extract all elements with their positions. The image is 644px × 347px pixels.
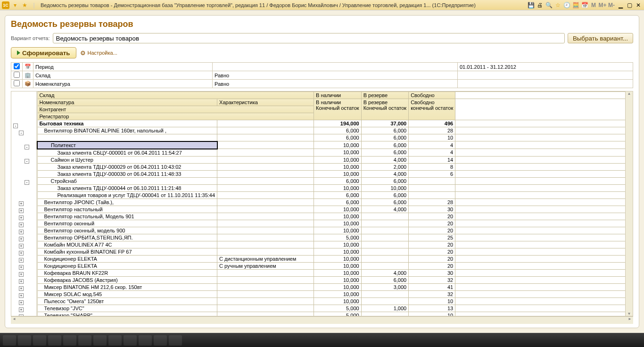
table-row[interactable]: Телевизор "SHARP"5,00010 [37,312,625,316]
filter-op[interactable]: Равно [213,71,458,80]
table-row[interactable]: Вентилятор настольный, Модель 90110,0002… [37,213,625,220]
cell-desc[interactable]: Заказ клиента ТДЦУ-000029 от 06.04.2011 … [37,163,217,170]
taskbar-item[interactable] [108,335,122,346]
cell-desc[interactable]: Вентилятор оконный [37,220,217,227]
table-row[interactable]: Комбайн кухонный BINATONE FP 6710,00020 [37,248,625,255]
filter-op[interactable]: Равно [213,80,458,88]
taskbar-item[interactable] [93,335,107,346]
cell-desc[interactable]: Саймон и Шустер [37,156,217,163]
expand-icon[interactable]: + [19,314,24,316]
cell-desc[interactable]: Стройснаб [37,177,217,184]
table-row[interactable]: Вентилятор BINATONE ALPINE 160вт, наполь… [37,127,625,134]
filter-name[interactable]: Номенклатура [33,80,213,88]
cell-desc[interactable]: Заказ клиента ТДЦУ-000044 от 06.10.2011 … [37,184,217,191]
collapse-icon[interactable]: - [25,145,29,149]
table-row[interactable]: Миксер BINATONE HM 212,6 скор. 150вт10,0… [37,283,625,290]
expand-icon[interactable]: + [19,251,24,256]
expand-icon[interactable]: + [19,307,24,312]
collapse-icon[interactable]: - [13,124,18,128]
table-row[interactable]: Телевизор "JVC"5,0001,00013 [37,305,625,312]
filter-name[interactable]: Период [33,63,213,71]
table-row[interactable]: Кофеварка JACOBS (Австрия)10,0006,00032 [37,276,625,283]
table-row[interactable]: Заказ клиента ТДЦУ-000044 от 06.10.2011 … [37,184,625,191]
cell-desc[interactable]: Политекст [37,141,217,149]
cell-desc[interactable]: Телевизор "JVC" [37,305,217,312]
taskbar-item[interactable] [124,335,137,346]
expand-icon[interactable]: + [19,208,24,213]
table-row[interactable]: Бытовая техника194,00037,000496 [37,120,625,127]
taskbar-item[interactable] [154,335,167,346]
cell-desc[interactable]: Телевизор "SHARP" [37,312,217,316]
filter-val[interactable]: 01.01.2011 - 31.12.2012 [458,63,633,71]
filter-check[interactable] [14,72,20,78]
hscrollbar[interactable]: ◄► [11,316,633,324]
cell-desc[interactable]: Вентилятор оконный, модель 900 [37,227,217,234]
select-variant-button[interactable]: Выбрать вариант... [568,33,633,43]
star-icon[interactable]: ★ [21,1,28,9]
cell-desc[interactable]: Кондиционер ELEKTA [37,255,217,262]
calc-icon[interactable]: 🧮 [572,1,579,9]
cell-desc[interactable]: Кондиционер ELEKTA [37,262,217,269]
expand-icon[interactable]: + [19,293,24,298]
cell-desc[interactable]: Комбайн кухонный BINATONE FP 67 [37,248,217,255]
table-row[interactable]: Заказ клиента ТДЦУ-000029 от 06.04.2011 … [37,163,625,170]
collapse-icon[interactable]: - [25,159,29,164]
cell-desc[interactable]: Вентилятор BINATONE ALPINE 160вт, наполь… [37,127,217,134]
cell-desc[interactable] [37,134,217,141]
table-row[interactable]: Кондиционер ELEKTAС дистанционным управл… [37,255,625,262]
cell-desc[interactable]: Заказ клиента ТДЦУ-000030 от 06.04.2011 … [37,170,217,177]
taskbar-item[interactable] [139,335,152,346]
expand-icon[interactable]: + [19,201,24,206]
table-row[interactable]: Пылесос "Омега" 1250вт10,00010 [37,297,625,305]
expand-icon[interactable]: + [19,244,24,248]
expand-icon[interactable]: + [19,223,24,227]
table-row[interactable]: Кондиционер ELEKTAС ручным управлением10… [37,262,625,269]
generate-button[interactable]: Сформировать [11,47,76,58]
save-icon[interactable]: 💾 [527,1,535,9]
taskbar-item[interactable] [33,335,46,346]
expand-icon[interactable]: + [19,230,24,234]
close-icon[interactable]: ✕ [635,1,642,9]
table-row[interactable]: 6,0006,00010 [37,134,625,141]
cell-desc[interactable]: Пылесос "Омега" 1250вт [37,297,217,305]
collapse-icon[interactable]: - [19,131,24,135]
table-row[interactable]: Вентилятор настольный10,0004,00030 [37,206,625,213]
minimize-icon[interactable]: ▁ [617,1,624,9]
cell-desc[interactable]: Вентилятор настольный [37,206,217,213]
taskbar-item[interactable] [63,335,76,346]
cell-desc[interactable]: Комбайн MOULINEX A77 4C [37,241,217,248]
cell-desc[interactable]: Кофеварка BRAUN KF22R [37,269,217,276]
table-row[interactable]: Миксер SOLAC мод.54510,00032 [37,290,625,297]
filter-val[interactable] [458,80,633,88]
table-row[interactable]: Вентилятор оконный, модель 90010,00020 [37,227,625,234]
cell-desc[interactable]: Миксер BINATONE HM 212,6 скор. 150вт [37,283,217,290]
table-row[interactable]: Заказ клиента СБЦУ-000001 от 06.04.2011 … [37,149,625,157]
history-icon[interactable]: 🕘 [563,1,570,9]
table-row[interactable]: Стройснаб6,0006,000 [37,177,625,184]
filter-check[interactable] [14,80,20,86]
expand-icon[interactable]: + [19,279,24,284]
table-row[interactable]: Политекст10,0006,0004 [37,141,625,149]
preview-icon[interactable]: 🔍 [545,1,553,9]
expand-icon[interactable]: + [19,265,24,270]
m-plus-icon[interactable]: M+ [599,1,606,9]
cell-desc[interactable]: Бытовая техника [37,120,217,127]
dropdown-icon[interactable]: ▾ [11,1,19,9]
table-row[interactable]: Реализация товаров и услуг ТДЦУ-000041 о… [37,191,625,198]
cell-desc[interactable]: Заказ клиента СБЦУ-000001 от 06.04.2011 … [37,149,217,157]
m-minus-icon[interactable]: M- [608,1,615,9]
expand-icon[interactable]: + [19,300,24,305]
fav-icon[interactable]: ☆ [554,1,561,9]
taskbar-item[interactable] [3,335,16,346]
expand-icon[interactable]: + [19,237,24,241]
m-icon[interactable]: M [590,1,597,9]
table-row[interactable]: Саймон и Шустер10,0004,00014 [37,156,625,163]
filter-val[interactable] [458,71,633,80]
expand-icon[interactable]: + [19,215,24,220]
cell-desc[interactable]: Вентилятор JIPONIC (Тайв.), [37,198,217,206]
cell-desc[interactable]: Реализация товаров и услуг ТДЦУ-000041 о… [37,191,217,198]
maximize-icon[interactable]: ▢ [626,1,633,9]
filter-check[interactable] [14,63,20,69]
variant-input[interactable] [53,33,565,43]
cell-desc[interactable]: Миксер SOLAC мод.545 [37,290,217,297]
